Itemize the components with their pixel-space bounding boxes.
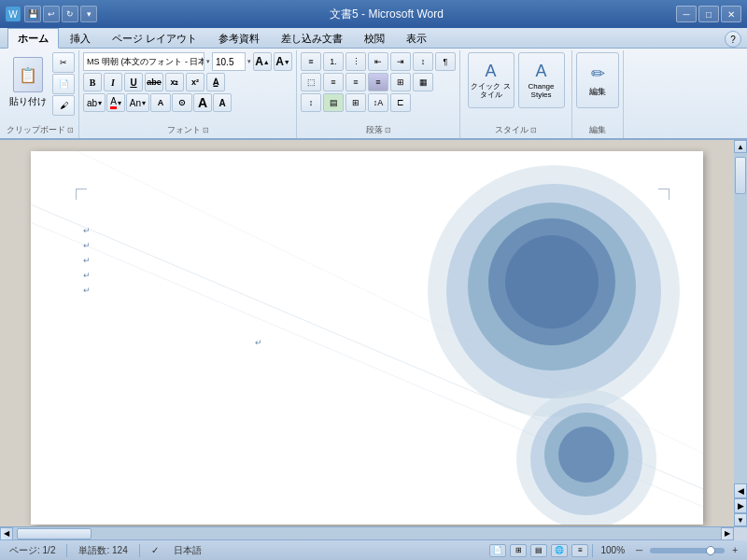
horizontal-scrollbar[interactable]: ◀ ▶ (0, 526, 747, 539)
scroll-prev-page[interactable]: ◀ (734, 483, 747, 498)
scroll-thumb-h[interactable] (17, 528, 92, 539)
view-normal-button[interactable]: 📄 (489, 544, 506, 557)
font-expand[interactable]: ⊡ (203, 126, 209, 134)
increase-font-button[interactable]: A▲ (253, 52, 272, 71)
text-highlight-button[interactable]: A (150, 93, 171, 112)
zoom-slider[interactable] (650, 548, 725, 553)
tab-insert[interactable]: 挿入 (60, 28, 101, 48)
sort2-button[interactable]: ↕A (368, 93, 388, 112)
decrease-font-button[interactable]: A▼ (274, 52, 292, 71)
numbering-button[interactable]: 1. (323, 52, 344, 71)
page-count[interactable]: ページ: 1/2 (6, 544, 59, 557)
align-japanese-button[interactable]: ⊞ (390, 73, 411, 91)
paste-button[interactable]: 📋 貼り付け (6, 52, 50, 110)
paragraph-expand[interactable]: ⊡ (385, 126, 391, 134)
edit-button[interactable]: ✏ 編集 (576, 52, 619, 108)
text-border-button[interactable]: ⊙ (172, 93, 192, 112)
scroll-down-button[interactable]: ▼ (734, 513, 747, 526)
highlight-button[interactable]: ab▾ (83, 93, 106, 112)
bullets-button[interactable]: ≡ (301, 52, 321, 71)
scroll-up-button[interactable]: ▲ (734, 140, 747, 153)
align-right-button[interactable]: ≡ (345, 73, 366, 91)
column-layout-button[interactable]: ▦ (413, 73, 433, 91)
scroll-right-button[interactable]: ▶ (721, 527, 734, 540)
cut-button[interactable]: ✂ (52, 52, 75, 73)
maximize-button[interactable]: □ (698, 6, 719, 22)
align-left-button[interactable]: ⬚ (301, 73, 321, 91)
multilevel-list-button[interactable]: ⋮ (345, 52, 366, 71)
decrease-font2-button[interactable]: A (213, 93, 232, 112)
view-web-button[interactable]: 🌐 (551, 544, 568, 557)
save-qat-button[interactable]: 💾 (24, 6, 41, 22)
sort-button[interactable]: ↕ (413, 52, 433, 71)
copy-button[interactable]: 📄 (52, 74, 75, 94)
font-group: MS 明朝 (本文のフォント - 日本語) ▾ 10.5 ▾ A▲ A▼ B I… (79, 50, 297, 138)
decrease-indent-button[interactable]: ⇤ (368, 52, 388, 71)
border-button[interactable]: ⊞ (345, 93, 366, 112)
para-row-3: ↕ ▤ ⊞ ↕A ⊏ (301, 93, 456, 112)
scroll-next-page[interactable]: ▶ (734, 498, 747, 513)
document-wrapper[interactable]: ↵ ↵ ↵ ↵ ↵ ↵ (0, 140, 734, 526)
clear-format-button[interactable]: A̲ (206, 73, 225, 91)
font-name-select[interactable]: MS 明朝 (本文のフォント - 日本語) (83, 52, 204, 71)
increase-font2-button[interactable]: A (193, 93, 212, 112)
tab-references[interactable]: 参考資料 (208, 28, 270, 48)
close-button[interactable]: ✕ (721, 6, 741, 22)
quick-access-toolbar: 💾 ↩ ↻ ▾ (24, 6, 97, 22)
tab-pagelayout[interactable]: ページ レイアウト (102, 28, 207, 48)
view-layout-button[interactable]: ▤ (530, 544, 547, 557)
tab-review[interactable]: 校閲 (354, 28, 395, 48)
help-button[interactable]: ? (725, 31, 741, 48)
justify-button[interactable]: ≡ (368, 73, 388, 91)
redo-qat-button[interactable]: ↻ (62, 6, 78, 22)
view-fullscreen-button[interactable]: ⊞ (510, 544, 527, 557)
font-size-input[interactable]: 10.5 (212, 52, 246, 71)
change-styles-label: Change Styles (519, 83, 564, 100)
zoom-increase-button[interactable]: + (728, 545, 741, 555)
scroll-track-v[interactable] (734, 153, 747, 483)
scroll-left-button[interactable]: ◀ (0, 527, 13, 540)
quick-styles-button[interactable]: A クイック スタイル (468, 52, 514, 108)
cursor-1: ↵ (83, 226, 91, 235)
clipboard-expand[interactable]: ⊡ (67, 126, 74, 134)
zoom-decrease-button[interactable]: ─ (632, 545, 646, 555)
zoom-thumb[interactable] (706, 546, 715, 555)
vertical-scrollbar[interactable]: ▲ ◀ ▶ ▼ (734, 140, 747, 526)
spell-check-icon[interactable]: ✓ (148, 545, 162, 555)
styles-expand[interactable]: ⊡ (530, 126, 537, 134)
format-painter-button[interactable]: 🖌 (52, 95, 75, 116)
tab-home[interactable]: ホーム (7, 28, 59, 49)
font-color-button[interactable]: A▾ (106, 93, 125, 112)
language-display[interactable]: 日本語 (170, 544, 205, 557)
qat-dropdown[interactable]: ▾ (80, 6, 97, 22)
change-styles-button[interactable]: A Change Styles (518, 52, 565, 108)
document-page[interactable]: ↵ ↵ ↵ ↵ ↵ ↵ (31, 151, 703, 525)
scroll-thumb-v[interactable] (735, 157, 746, 194)
tab-view[interactable]: 表示 (396, 28, 437, 48)
subscript-button[interactable]: x₂ (165, 73, 184, 91)
italic-button[interactable]: I (104, 73, 122, 91)
align-center-button[interactable]: ≡ (323, 73, 344, 91)
superscript-button[interactable]: x² (186, 73, 204, 91)
tab-mailings[interactable]: 差し込み文書 (271, 28, 353, 48)
shading-button[interactable]: ▤ (323, 93, 344, 112)
show-marks-button[interactable]: ¶ (435, 52, 456, 71)
bold-button[interactable]: B (83, 73, 102, 91)
font-size-dropdown-icon[interactable]: ▾ (247, 58, 251, 65)
document-container: ↵ ↵ ↵ ↵ ↵ ↵ ▲ ◀ ▶ ▼ (0, 140, 747, 526)
increase-indent-button[interactable]: ⇥ (390, 52, 411, 71)
text-effects-button[interactable]: An▾ (126, 93, 149, 112)
para-extra-button[interactable]: ⊏ (390, 93, 411, 112)
minimize-button[interactable]: ─ (676, 6, 697, 22)
underline-button[interactable]: U (124, 73, 143, 91)
cursor-4: ↵ (83, 271, 91, 280)
font-name-dropdown-icon[interactable]: ▾ (206, 58, 210, 65)
scroll-track-h[interactable] (13, 527, 721, 539)
undo-qat-button[interactable]: ↩ (43, 6, 60, 22)
font-controls: MS 明朝 (本文のフォント - 日本語) ▾ 10.5 ▾ A▲ A▼ B I… (83, 52, 292, 114)
strikethrough-button[interactable]: abe (145, 73, 163, 91)
ribbon: 📋 貼り付け ✂ 📄 🖌 クリップボード ⊡ MS 明朝 (本文のフォント - … (0, 49, 747, 140)
view-draft-button[interactable]: ≡ (571, 544, 588, 557)
line-spacing-button[interactable]: ↕ (301, 93, 321, 112)
word-count[interactable]: 単語数: 124 (75, 544, 131, 557)
